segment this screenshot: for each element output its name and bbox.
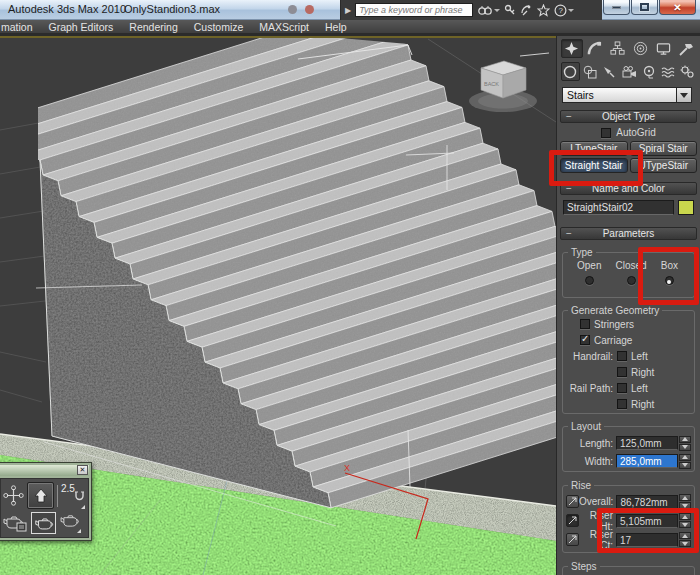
pin-icon: [568, 535, 577, 544]
rollout-object-type[interactable]: − Object Type: [560, 110, 697, 123]
rise-group: Rise Overall: 86,782mm Riser Ht: 5,105mm: [562, 485, 695, 553]
railpath-right-checkbox[interactable]: [617, 399, 627, 409]
riser-ct-pin-button[interactable]: [566, 533, 579, 546]
railpath-left-checkbox[interactable]: [617, 383, 627, 393]
document-title: OnlyStandion3.max: [124, 3, 220, 15]
communication-center-icon[interactable]: [520, 4, 533, 16]
menu-item-rendering[interactable]: Rendering: [121, 21, 185, 33]
search-binoculars-icon[interactable]: [477, 4, 500, 16]
riser-ht-spinner[interactable]: [679, 513, 691, 528]
category-lights[interactable]: [600, 62, 619, 81]
straightstair-button[interactable]: Straight Stair: [560, 158, 628, 173]
menu-item-customize[interactable]: Customize: [186, 21, 252, 33]
category-geometry[interactable]: [561, 62, 580, 81]
menu-item-maxscript[interactable]: MAXScript: [251, 21, 317, 33]
geometry-category-dropdown[interactable]: Stairs: [562, 87, 692, 103]
object-type-buttons: LTypeStair Spiral Stair Straight Stair U…: [557, 140, 700, 176]
svg-text:BACK: BACK: [484, 81, 499, 87]
riser-ct-spinner[interactable]: [679, 532, 691, 547]
tab-modify[interactable]: [584, 39, 606, 58]
rollout-name-and-color[interactable]: − Name and Color: [560, 182, 697, 195]
overall-pin-button[interactable]: [566, 495, 579, 508]
arrow-up-button[interactable]: [27, 482, 54, 509]
tab-motion[interactable]: [630, 39, 652, 58]
tab-utilities[interactable]: [675, 39, 697, 58]
infocenter-status-icons: [288, 5, 314, 14]
category-helpers[interactable]: [639, 62, 658, 81]
width-spinner[interactable]: [679, 454, 691, 469]
svg-text:X: X: [344, 463, 350, 473]
teapot-slate-icon[interactable]: [3, 514, 28, 532]
menu-item-animation[interactable]: mation: [0, 21, 41, 33]
maximize-button[interactable]: [631, 0, 658, 15]
closed-radio[interactable]: [627, 276, 636, 285]
expand-arrow-icon[interactable]: ▶: [345, 6, 351, 15]
menu-item-graph-editors[interactable]: Graph Editors: [41, 21, 122, 33]
menu-item-help[interactable]: Help: [317, 21, 355, 33]
open-radio[interactable]: [585, 276, 594, 285]
floating-toolbar[interactable]: ✕ 2.5: [0, 462, 92, 541]
handrail-right-checkbox[interactable]: [617, 367, 627, 377]
autogrid-label: AutoGrid: [616, 127, 655, 138]
search-input[interactable]: [355, 3, 473, 17]
riser-ht-field[interactable]: 5,105mm: [616, 514, 678, 528]
tab-hierarchy[interactable]: [607, 39, 629, 58]
overall-spinner[interactable]: [679, 494, 691, 509]
category-cameras[interactable]: [620, 62, 639, 81]
perspective-viewport[interactable]: X BACK ✕: [0, 36, 556, 575]
teapot-flyout-button[interactable]: [59, 513, 81, 533]
transform-axes-icon[interactable]: [3, 485, 24, 506]
snap-magnet-icon: [74, 491, 85, 502]
length-field[interactable]: 125,0mm: [616, 436, 678, 450]
display-icon: [656, 41, 671, 56]
utilities-hammer-icon: [678, 41, 694, 57]
floating-toolbar-close-icon[interactable]: ✕: [77, 465, 88, 475]
floating-toolbar-titlebar[interactable]: ✕: [0, 465, 89, 476]
minimize-button[interactable]: [603, 0, 630, 15]
pin-icon: [568, 516, 577, 525]
straight-stair-object[interactable]: [4, 38, 556, 508]
viewcube[interactable]: BACK: [469, 61, 537, 112]
utypestair-button[interactable]: UTypeStair: [630, 158, 698, 173]
category-shapes[interactable]: [581, 62, 600, 81]
length-spinner[interactable]: [679, 436, 691, 451]
autogrid-checkbox[interactable]: [601, 128, 611, 138]
app-title: Autodesk 3ds Max 2010: [8, 3, 126, 15]
spiralstair-button[interactable]: Spiral Stair: [630, 141, 698, 156]
box-radio[interactable]: [665, 276, 674, 285]
handrail-left-checkbox[interactable]: [617, 351, 627, 361]
search-caret-icon[interactable]: [494, 9, 500, 12]
teapot-render-button[interactable]: [31, 512, 56, 534]
carriage-checkbox[interactable]: [580, 335, 590, 345]
favorites-star-icon[interactable]: [537, 4, 550, 17]
ltypestair-button[interactable]: LTypeStair: [560, 141, 628, 156]
overall-field[interactable]: 86,782mm: [616, 495, 678, 509]
snap-toggle-button[interactable]: 2.5: [61, 483, 85, 509]
key-icon[interactable]: [504, 4, 516, 16]
motion-icon: [633, 41, 648, 56]
stringers-checkbox[interactable]: [580, 319, 590, 329]
help-caret-icon[interactable]: [568, 9, 574, 12]
category-spacewarps[interactable]: [659, 62, 678, 81]
riser-ht-pin-button[interactable]: [566, 514, 579, 527]
command-panel-tabs: [557, 36, 700, 60]
teapot-icon: [34, 516, 54, 531]
tab-create[interactable]: [561, 39, 583, 58]
pin-icon: [568, 497, 577, 506]
command-panel: Stairs − Object Type AutoGrid LTypeStair…: [556, 36, 700, 575]
create-icon: [564, 41, 579, 56]
color-swatch[interactable]: [678, 200, 694, 215]
hierarchy-icon: [610, 41, 625, 56]
riser-ct-field[interactable]: 17: [616, 533, 678, 547]
width-field[interactable]: 285,0mm: [616, 454, 678, 468]
dropdown-button[interactable]: [677, 87, 692, 103]
close-button[interactable]: ✕: [659, 0, 696, 15]
help-icon[interactable]: ?: [554, 4, 574, 17]
lights-icon: [602, 65, 616, 79]
object-name-field[interactable]: StraightStair02: [563, 200, 674, 215]
rollout-parameters[interactable]: − Parameters: [560, 227, 697, 240]
generate-geometry-group: Generate Geometry Stringers Carriage Han…: [562, 310, 695, 414]
teapot-plain-icon: [59, 513, 80, 528]
category-systems[interactable]: [678, 62, 697, 81]
tab-display[interactable]: [652, 39, 674, 58]
